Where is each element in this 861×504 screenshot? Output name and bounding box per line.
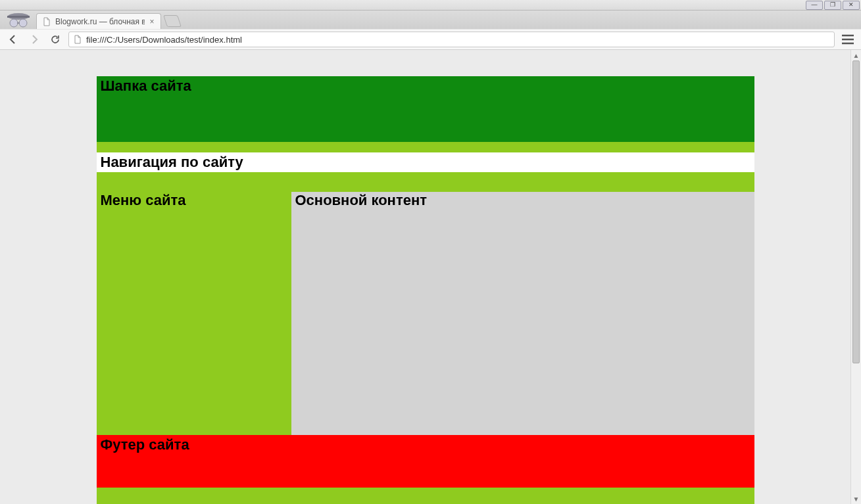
- site-header: Шапка сайта: [97, 76, 754, 142]
- address-bar[interactable]: file:///C:/Users/Downloads/test/index.ht…: [68, 32, 835, 47]
- browser-toolbar: file:///C:/Users/Downloads/test/index.ht…: [0, 29, 861, 50]
- site-body: Меню сайта Основной контент: [97, 172, 754, 435]
- back-button[interactable]: [5, 32, 21, 47]
- reload-button[interactable]: [47, 32, 63, 47]
- site-content: Основной контент: [291, 192, 754, 435]
- tab-strip: Blogwork.ru — блочная вер ×: [0, 11, 861, 29]
- window-maximize-button[interactable]: ❐: [824, 1, 841, 10]
- site-nav-title: Навигация по сайту: [101, 154, 750, 171]
- svg-point-2: [10, 19, 18, 27]
- page-body: Шапка сайта Навигация по сайту Меню сайт…: [97, 76, 754, 504]
- browser-tab[interactable]: Blogwork.ru — блочная вер ×: [36, 13, 161, 29]
- arrow-right-icon: [29, 34, 39, 45]
- scroll-up-button[interactable]: ▲: [851, 50, 861, 60]
- window-minimize-button[interactable]: —: [806, 1, 823, 10]
- site-header-title: Шапка сайта: [101, 78, 750, 95]
- page-viewport[interactable]: Шапка сайта Навигация по сайту Меню сайт…: [0, 50, 850, 504]
- site-menu-title: Меню сайта: [101, 192, 287, 209]
- svg-rect-4: [17, 22, 20, 24]
- hamburger-icon: [840, 32, 856, 47]
- page-file-icon: [73, 35, 82, 44]
- forward-button[interactable]: [26, 32, 42, 47]
- tab-title: Blogwork.ru — блочная вер: [55, 17, 145, 26]
- scroll-down-button[interactable]: ▼: [851, 493, 861, 504]
- browser-window: — ❐ ✕ Blogwork.ru — блочная вер ×: [0, 0, 861, 504]
- site-footer-title: Футер сайта: [101, 436, 750, 453]
- tab-close-button[interactable]: ×: [149, 17, 155, 26]
- site-menu: Меню сайта: [97, 192, 291, 435]
- browser-menu-button[interactable]: [840, 32, 856, 47]
- page-file-icon: [42, 17, 51, 26]
- minimize-icon: —: [812, 2, 818, 8]
- window-titlebar: — ❐ ✕: [0, 0, 861, 11]
- svg-point-3: [19, 19, 27, 27]
- incognito-icon: [3, 9, 34, 29]
- close-icon: ✕: [849, 2, 854, 8]
- scroll-thumb[interactable]: [852, 60, 860, 363]
- viewport-container: Шапка сайта Навигация по сайту Меню сайт…: [0, 50, 861, 504]
- vertical-scrollbar[interactable]: ▲ ▼: [850, 50, 861, 504]
- maximize-icon: ❐: [830, 2, 835, 8]
- reload-icon: [50, 34, 61, 45]
- site-footer: Футер сайта: [97, 435, 754, 488]
- scroll-track[interactable]: [851, 60, 861, 493]
- svg-rect-1: [7, 16, 30, 18]
- arrow-left-icon: [8, 34, 18, 45]
- window-close-button[interactable]: ✕: [843, 1, 860, 10]
- site-nav: Навигация по сайту: [97, 152, 754, 172]
- site-content-title: Основной контент: [295, 192, 750, 209]
- url-text: file:///C:/Users/Downloads/test/index.ht…: [86, 35, 242, 45]
- new-tab-button[interactable]: [163, 15, 182, 27]
